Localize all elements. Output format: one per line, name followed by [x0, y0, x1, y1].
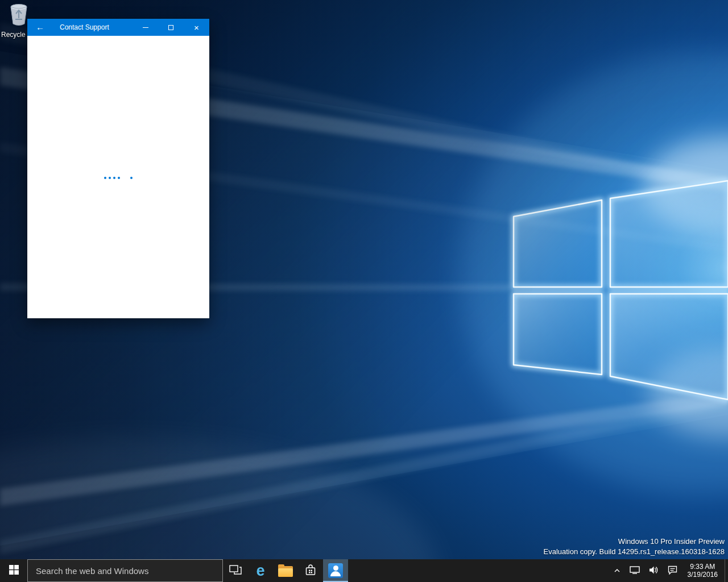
progress-dot [109, 177, 111, 179]
taskbar: e [0, 559, 728, 582]
close-button[interactable]: × [184, 19, 209, 36]
progress-dot [113, 177, 115, 179]
window-titlebar[interactable]: ← Contact Support × [27, 19, 209, 36]
taskbar-search [27, 559, 223, 582]
progress-dot [104, 177, 106, 179]
show-hidden-icons-button[interactable] [610, 559, 624, 582]
folder-icon [278, 566, 293, 577]
task-view-icon [229, 565, 242, 577]
chevron-up-icon [614, 567, 621, 575]
close-icon: × [194, 23, 199, 32]
clock-date: 3/19/2016 [688, 571, 718, 579]
system-tray: 9:33 AM 3/19/2016 [610, 559, 728, 582]
loading-progress-dots [104, 177, 133, 179]
contact-support-window: ← Contact Support × [27, 19, 209, 318]
action-center-button[interactable] [664, 559, 681, 582]
minimize-icon [143, 27, 148, 28]
store-bag-icon [304, 563, 317, 579]
edge-browser-button[interactable]: e [248, 559, 273, 582]
caption-buttons: × [133, 19, 209, 36]
contact-support-taskbar-button[interactable] [323, 559, 348, 582]
maximize-icon [168, 25, 173, 30]
watermark-line2: Evaluation copy. Build 14295.rs1_release… [544, 547, 725, 557]
window-content [27, 36, 209, 318]
clock-time: 9:33 AM [690, 563, 715, 571]
maximize-button[interactable] [158, 19, 184, 36]
progress-dot [118, 177, 120, 179]
volume-tray-button[interactable] [646, 559, 662, 582]
windows-logo-icon [9, 565, 19, 576]
recycle-bin-icon [7, 2, 30, 30]
minimize-button[interactable] [133, 19, 158, 36]
start-button[interactable] [0, 559, 27, 582]
person-icon [328, 563, 343, 578]
edge-e-icon: e [256, 563, 264, 579]
task-view-button[interactable] [223, 559, 248, 582]
network-tray-button[interactable] [626, 559, 643, 582]
watermark-line1: Windows 10 Pro Insider Preview [544, 537, 725, 547]
file-explorer-button[interactable] [273, 559, 298, 582]
show-desktop-button[interactable] [725, 559, 728, 582]
back-button[interactable]: ← [27, 19, 53, 36]
window-title: Contact Support [60, 23, 133, 31]
progress-dot [130, 177, 133, 179]
taskbar-clock[interactable]: 9:33 AM 3/19/2016 [683, 559, 722, 582]
search-input[interactable] [28, 560, 222, 581]
evaluation-watermark: Windows 10 Pro Insider Preview Evaluatio… [544, 537, 725, 557]
taskbar-spacer [348, 559, 610, 582]
network-icon [630, 566, 640, 576]
volume-icon [649, 566, 659, 576]
store-button[interactable] [298, 559, 323, 582]
action-center-icon [668, 566, 677, 576]
